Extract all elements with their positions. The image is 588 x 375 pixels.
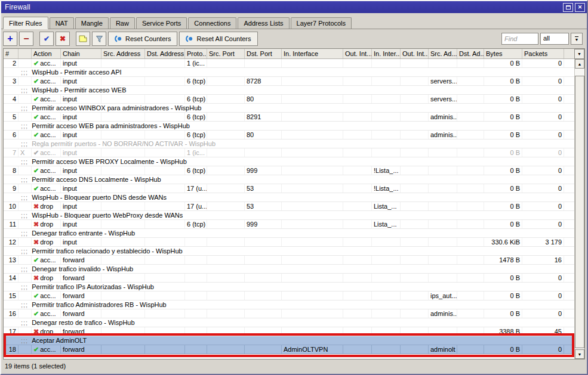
tab-layer7-protocols[interactable]: Layer7 Protocols bbox=[291, 17, 352, 29]
rule-row[interactable]: 8✔acc...input6 (tcp)999!Lista_...0 B0 bbox=[4, 166, 574, 175]
column-header-action[interactable]: Action bbox=[32, 49, 61, 58]
remove-rule-button[interactable]: − bbox=[19, 32, 33, 46]
filter-scope-select[interactable]: all bbox=[540, 33, 569, 45]
disable-rule-button[interactable]: ✖ bbox=[56, 32, 70, 46]
maximize-button[interactable] bbox=[563, 3, 573, 12]
scrollbar-track[interactable] bbox=[575, 69, 584, 349]
comment-row[interactable]: ;;;WispHub - Permitir acceso WEB bbox=[4, 86, 574, 95]
column-header-dst_address_list[interactable]: Dst. Ad... bbox=[457, 49, 484, 58]
column-header-num[interactable]: # bbox=[4, 49, 19, 58]
cell-src_address_list: adminis... bbox=[429, 113, 457, 121]
column-header-flag[interactable] bbox=[19, 49, 32, 58]
cell-bytes: 0 B bbox=[484, 148, 522, 157]
tab-nat[interactable]: NAT bbox=[50, 17, 74, 29]
comment-text: Regla permitir puertos - NO BORRAR/NO AC… bbox=[32, 140, 216, 148]
column-header-packets[interactable]: Packets bbox=[522, 49, 564, 58]
rule-row[interactable]: 5✔acc...input6 (tcp)8291adminis...0 B0 bbox=[4, 113, 574, 122]
cell-in_interface bbox=[282, 59, 343, 67]
column-options-button[interactable]: ▼ bbox=[574, 49, 584, 59]
column-header-dst_port[interactable]: Dst. Port bbox=[245, 49, 282, 58]
tab-connections[interactable]: Connections bbox=[188, 17, 236, 29]
comment-row[interactable]: ;;;WispHub - Permitir acceso API bbox=[4, 68, 574, 77]
cell-dst_address_list bbox=[457, 256, 484, 264]
tab-service-ports[interactable]: Service Ports bbox=[136, 17, 187, 29]
column-header-protocol[interactable]: Proto... bbox=[185, 49, 207, 58]
cell-src_port bbox=[207, 77, 245, 85]
scroll-up-button[interactable]: ▲ bbox=[575, 59, 584, 69]
rule-row[interactable]: 9✔acc...input17 (u...53!Lista_...0 B0 bbox=[4, 184, 574, 193]
comment-row[interactable]: ;;;Denegar trafico invalido - WispHub bbox=[4, 265, 574, 274]
cell-dst_port: 999 bbox=[245, 220, 282, 228]
cell-flag bbox=[19, 238, 32, 246]
column-header-in_interface[interactable]: In. Interface bbox=[282, 49, 343, 58]
rule-row[interactable]: 13✔acc...forward1478 B16 bbox=[4, 256, 574, 265]
comment-row[interactable]: ;;;Permitir trafico IPs Autorizadas - Wi… bbox=[4, 283, 574, 292]
rule-row[interactable]: 10✖dropinput17 (u...53Lista_...0 B0 bbox=[4, 202, 574, 211]
rule-row[interactable]: 6✔acc...input6 (tcp)80adminis...0 B0 bbox=[4, 131, 574, 140]
cell-dst_address bbox=[145, 327, 185, 336]
reset-all-counters-button[interactable]: Reset All Counters bbox=[179, 32, 257, 46]
column-header-out_interface_list[interactable]: Out. Int... bbox=[401, 49, 429, 58]
comment-row[interactable]: ;;;Denegar trafico entrante - WispHub bbox=[4, 229, 574, 238]
add-rule-button[interactable]: + bbox=[3, 32, 17, 46]
comment-row[interactable]: ;;;Regla permitir puertos - NO BORRAR/NO… bbox=[4, 140, 574, 148]
cell-in_interface bbox=[282, 113, 343, 121]
close-button[interactable]: ✕ bbox=[575, 3, 585, 12]
cell-in_interface_list bbox=[372, 309, 401, 318]
comment-row[interactable]: ;;;Permitir trafico Administradores RB -… bbox=[4, 300, 574, 309]
column-header-src_address[interactable]: Src. Address bbox=[101, 49, 145, 58]
cell-src_address_list bbox=[429, 184, 457, 193]
column-header-bytes[interactable]: Bytes bbox=[484, 49, 522, 58]
rule-row[interactable]: 18✔acc...forwardAdminOLTVPNadminolt0 B0 bbox=[4, 345, 574, 354]
comment-text: WispHub - Permitir acceso WEB bbox=[32, 86, 126, 94]
column-header-src_port[interactable]: Src. Port bbox=[207, 49, 245, 58]
comment-row[interactable]: ;;;WispHub - Bloquear puerto WebProxy de… bbox=[4, 211, 574, 220]
column-header-in_interface_list[interactable]: In. Inter... bbox=[372, 49, 401, 58]
rule-row[interactable]: 11✖dropinput6 (tcp)999Lista_...0 B0 bbox=[4, 220, 574, 229]
scroll-down-button[interactable]: ▼ bbox=[575, 349, 584, 359]
reset-counters-button[interactable]: Reset Counters bbox=[108, 32, 177, 46]
minus-icon: − bbox=[23, 33, 29, 44]
comment-button[interactable] bbox=[76, 32, 90, 46]
cell-src_port bbox=[207, 113, 245, 121]
filter-scope-dropdown-button[interactable]: ▼ bbox=[571, 33, 583, 45]
cell-action: ✖drop bbox=[32, 238, 61, 246]
rule-row[interactable]: 15✔acc...forwardips_aut...0 B0 bbox=[4, 292, 574, 300]
tab-address-lists[interactable]: Address Lists bbox=[238, 17, 289, 29]
comment-row[interactable]: ;;;Permitir trafico relacionado y establ… bbox=[4, 247, 574, 256]
cell-bytes: 3388 B bbox=[484, 327, 522, 336]
rule-row[interactable]: 14✖dropforward0 B0 bbox=[4, 274, 574, 283]
column-header-chain[interactable]: Chain bbox=[61, 49, 101, 58]
scrollbar-thumb[interactable] bbox=[575, 76, 584, 348]
cell-flag bbox=[19, 131, 32, 139]
cell-out_interface_list bbox=[401, 238, 429, 246]
column-header-out_interface[interactable]: Out. Int... bbox=[343, 49, 372, 58]
rule-row[interactable]: 7X✔acc...input1 (ic...0 B0 bbox=[4, 148, 574, 157]
rule-row[interactable]: 16✔acc...forwardadminis...0 B0 bbox=[4, 309, 574, 318]
enable-rule-button[interactable]: ✔ bbox=[39, 32, 54, 46]
tab-filter-rules[interactable]: Filter Rules bbox=[3, 17, 48, 29]
rule-row[interactable]: 2✔acc...input1 (ic...0 B0 bbox=[4, 59, 574, 68]
rule-row[interactable]: 3✔acc...input6 (tcp)8728servers...0 B0 bbox=[4, 77, 574, 86]
column-header-dst_address[interactable]: Dst. Address bbox=[145, 49, 185, 58]
titlebar[interactable]: Firewall ✕ bbox=[1, 1, 587, 13]
comment-row[interactable]: ;;;Permitir acceso WEB para administrado… bbox=[4, 122, 574, 131]
comment-text: Aceptar AdminOLT bbox=[32, 336, 87, 345]
cell-chain: input bbox=[61, 113, 101, 121]
tab-raw[interactable]: Raw bbox=[110, 17, 135, 29]
find-input[interactable] bbox=[501, 33, 538, 45]
comment-row[interactable]: ;;;Permitir acceso DNS Localmente - Wisp… bbox=[4, 175, 574, 184]
rule-row[interactable]: 17✖dropforward3388 B45 bbox=[4, 327, 574, 336]
comment-row[interactable]: ;;;Permitir acceso WINBOX para administr… bbox=[4, 104, 574, 113]
rule-row[interactable]: 4✔acc...input6 (tcp)80servers...0 B0 bbox=[4, 95, 574, 104]
comment-row[interactable]: ;;;Permitir acceso WEB PROXY Localmente … bbox=[4, 157, 574, 166]
filter-button[interactable] bbox=[92, 32, 106, 46]
tab-mangle[interactable]: Mangle bbox=[75, 17, 109, 29]
rule-row[interactable]: 12✖dropinput330.6 KiB3 179 bbox=[4, 238, 574, 247]
comment-row[interactable]: ;;;Denegar resto de trafico - WispHub bbox=[4, 318, 574, 327]
cell-dst_address_list bbox=[457, 238, 484, 246]
column-header-src_address_list[interactable]: Src. Ad... bbox=[429, 49, 457, 58]
comment-row[interactable]: ;;;Aceptar AdminOLT bbox=[4, 336, 574, 345]
cell-flag bbox=[19, 292, 32, 300]
comment-row[interactable]: ;;;WispHub - Bloquear puerto DNS desde W… bbox=[4, 193, 574, 202]
